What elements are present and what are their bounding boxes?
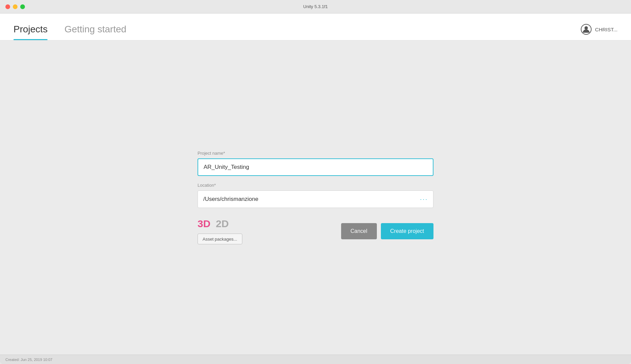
new-project-form: Project name* Location* ··· 3D bbox=[198, 151, 433, 244]
action-buttons: Cancel Create project bbox=[341, 223, 433, 239]
main-content: Project name* Location* ··· 3D bbox=[0, 40, 631, 355]
maximize-button[interactable] bbox=[20, 4, 25, 9]
footer-bar: Created: Jun 25, 2019 10:07 bbox=[0, 355, 631, 364]
footer-text: Created: Jun 25, 2019 10:07 bbox=[5, 358, 52, 362]
close-button[interactable] bbox=[5, 4, 10, 9]
header: Projects Getting started CHRIST... bbox=[0, 13, 631, 40]
location-browse-button[interactable]: ··· bbox=[420, 196, 428, 203]
dimension-row: 3D 2D Asset packages... Cancel bbox=[198, 218, 433, 244]
project-name-label: Project name* bbox=[198, 151, 433, 156]
tab-bar: Projects Getting started bbox=[13, 13, 143, 40]
asset-packages-button[interactable]: Asset packages... bbox=[198, 234, 242, 244]
location-wrapper: ··· bbox=[198, 190, 433, 208]
location-input[interactable] bbox=[198, 190, 433, 208]
window-title: Unity 5.3.1f1 bbox=[303, 4, 328, 9]
titlebar: Unity 5.3.1f1 bbox=[0, 0, 631, 13]
user-avatar-icon bbox=[581, 24, 592, 35]
project-name-group: Project name* bbox=[198, 151, 433, 176]
minimize-button[interactable] bbox=[13, 4, 18, 9]
3d-button[interactable]: 3D bbox=[198, 218, 210, 230]
cancel-button[interactable]: Cancel bbox=[341, 223, 377, 239]
location-label: Location* bbox=[198, 183, 433, 188]
user-name: CHRIST... bbox=[595, 27, 618, 32]
create-project-button[interactable]: Create project bbox=[381, 223, 434, 239]
dimension-left: 3D 2D Asset packages... bbox=[198, 218, 242, 244]
tab-projects[interactable]: Projects bbox=[13, 24, 54, 40]
2d-button[interactable]: 2D bbox=[216, 218, 229, 230]
dimension-buttons: 3D 2D bbox=[198, 218, 242, 230]
user-area[interactable]: CHRIST... bbox=[581, 24, 618, 35]
location-group: Location* ··· bbox=[198, 183, 433, 208]
svg-point-1 bbox=[584, 26, 588, 30]
project-name-input[interactable] bbox=[198, 158, 433, 176]
app-window: Unity 5.3.1f1 Projects Getting started C… bbox=[0, 0, 631, 364]
tab-getting-started[interactable]: Getting started bbox=[64, 24, 133, 40]
window-controls bbox=[5, 4, 25, 9]
